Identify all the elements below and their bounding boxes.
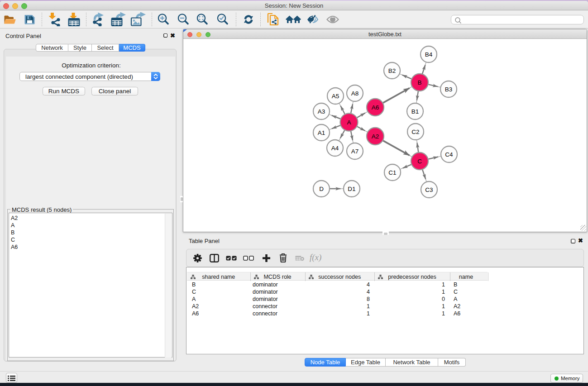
svg-text:B3: B3 bbox=[445, 86, 453, 93]
svg-text:D1: D1 bbox=[348, 186, 355, 192]
svg-text:A6: A6 bbox=[372, 104, 379, 111]
svg-text:A: A bbox=[347, 119, 351, 126]
svg-text:A7: A7 bbox=[351, 148, 359, 155]
svg-text:A2: A2 bbox=[372, 133, 379, 140]
svg-text:A3: A3 bbox=[318, 108, 325, 115]
svg-text:A4: A4 bbox=[331, 145, 339, 152]
svg-text:B: B bbox=[417, 79, 421, 86]
svg-text:D: D bbox=[319, 186, 324, 192]
svg-text:C1: C1 bbox=[388, 169, 396, 176]
svg-text:B1: B1 bbox=[411, 108, 419, 115]
svg-text:A5: A5 bbox=[332, 93, 339, 100]
svg-text:A8: A8 bbox=[351, 90, 359, 97]
svg-text:B4: B4 bbox=[425, 51, 433, 58]
svg-text:C: C bbox=[417, 158, 422, 165]
svg-text:C4: C4 bbox=[445, 151, 453, 158]
svg-text:C2: C2 bbox=[411, 129, 419, 135]
svg-text:C3: C3 bbox=[425, 186, 433, 193]
svg-text:B2: B2 bbox=[388, 67, 396, 74]
svg-text:A1: A1 bbox=[318, 129, 325, 136]
